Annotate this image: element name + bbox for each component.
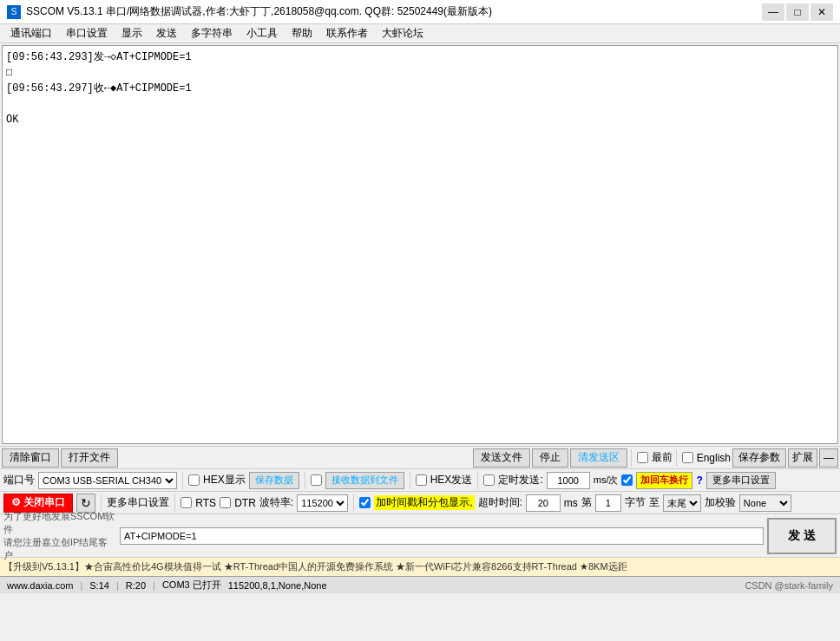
status-sep-2: | <box>116 580 119 591</box>
toolbar-2: 端口号 COM3 USB-SERIAL CH340 HEX显示 保存数据 接收数… <box>0 468 840 491</box>
timed-send-input[interactable] <box>547 472 590 489</box>
more-settings-button[interactable]: 更多串口设置 <box>706 472 776 489</box>
close-button[interactable]: ✕ <box>810 3 833 21</box>
hex-display-checkbox[interactable] <box>188 474 200 486</box>
open-file-button[interactable]: 打开文件 <box>61 448 118 468</box>
checksum-label: 加校验 <box>705 495 736 510</box>
title-bar: S SSCOM V5.13.1 串口/网络数据调试器,作者:大虾丁丁,26180… <box>0 0 840 24</box>
timeout-label: 超时时间: <box>478 495 522 510</box>
minimize-button[interactable]: — <box>762 3 784 21</box>
collapse-button[interactable]: — <box>819 448 838 468</box>
timed-send-label: 定时发送: <box>498 473 542 487</box>
save-params-button[interactable]: 保存参数 <box>732 448 786 468</box>
carriage-return-button[interactable]: 加回车换行 <box>636 472 692 489</box>
byte-label: 字节 <box>625 495 646 510</box>
menu-item-contact[interactable]: 联系作者 <box>319 24 375 43</box>
save-data-button[interactable]: 保存数据 <box>249 472 299 489</box>
timeout-input[interactable] <box>526 494 561 512</box>
dtr-checkbox[interactable] <box>220 497 231 508</box>
app-icon: S <box>7 5 21 19</box>
website-label: www.daxia.com <box>7 580 73 591</box>
title-text: SSCOM V5.13.1 串口/网络数据调试器,作者:大虾丁丁,2618058… <box>26 4 762 19</box>
port-status-label: COM3 已打开 <box>162 579 221 592</box>
status-bar: www.daxia.com | S:14 | R:20 | COM3 已打开 1… <box>0 576 840 593</box>
terminal-line-2: □ <box>6 65 834 81</box>
menu-bar: 通讯端口 串口设置 显示 发送 多字符串 小工具 帮助 联系作者 大虾论坛 <box>0 24 840 43</box>
recv-file-checkbox[interactable] <box>311 474 322 486</box>
node-input[interactable] <box>595 494 621 512</box>
baud-select[interactable]: 115200 9600 38400 <box>297 494 348 512</box>
menu-item-comport[interactable]: 通讯端口 <box>3 24 59 43</box>
status-right: CSDN @stark-family <box>745 580 833 591</box>
terminal-output: [09:56:43.293]发→◇AT+CIPMODE=1 □ [09:56:4… <box>2 45 838 444</box>
menu-item-forum[interactable]: 大虾论坛 <box>375 24 430 43</box>
send-file-button[interactable]: 发送文件 <box>473 448 530 468</box>
ms-per-label: ms/次 <box>594 474 619 487</box>
menu-item-tools[interactable]: 小工具 <box>240 24 285 43</box>
status-sep-1: | <box>80 580 82 591</box>
menu-item-help[interactable]: 帮助 <box>285 24 319 43</box>
stop-button[interactable]: 停止 <box>532 448 568 468</box>
end-select[interactable]: 末尾 <box>663 494 701 512</box>
status-sep-3: | <box>153 580 155 591</box>
last-checkbox[interactable] <box>637 452 648 463</box>
question-mark: ? <box>696 474 702 487</box>
expand-button[interactable]: 扩展 <box>788 448 817 468</box>
dtr-label: DTR <box>234 497 256 509</box>
menu-item-display[interactable]: 显示 <box>115 24 149 43</box>
gear-icon: ⚙ <box>11 496 21 508</box>
promo-line-1: 为了更好地发展SSCOM软件 <box>3 510 116 536</box>
to-label: 至 <box>649 495 660 510</box>
english-label: English <box>697 452 731 464</box>
hex-send-checkbox[interactable] <box>416 474 427 486</box>
checksum-select[interactable]: None CRC16 SUM <box>739 494 791 512</box>
baud-info-label: 115200,8,1,None,None <box>228 580 327 591</box>
carriage-return-checkbox[interactable] <box>621 474 633 486</box>
terminal-line-5: OK <box>6 112 834 128</box>
rts-label: RTS <box>195 497 216 509</box>
toolbar-3: ⚙ 关闭串口 ↻ 更多串口设置 RTS DTR 波特率: 115200 9600… <box>0 491 840 513</box>
clear-window-button[interactable]: 清除窗口 <box>2 448 59 468</box>
baud-label: 波特率: <box>259 495 293 510</box>
port-label: 端口号 <box>3 473 35 487</box>
hex-send-label: HEX发送 <box>430 473 473 487</box>
toolbar-4: 为了更好地发展SSCOM软件 请您注册嘉立创IP结尾客户 发 送 <box>0 513 840 557</box>
hex-display-label: HEX显示 <box>203 473 246 487</box>
ms-label: ms <box>564 497 578 509</box>
command-input[interactable] <box>120 527 764 545</box>
ad-text: 【升级到V5.13.1】★合宙高性价比4G模块值得一试 ★RT-Thread中国… <box>3 560 627 573</box>
recv-file-button[interactable]: 接收数据到文件 <box>325 472 404 489</box>
timed-send-checkbox[interactable] <box>483 474 495 486</box>
maximize-button[interactable]: □ <box>786 3 809 21</box>
send-button[interactable]: 发 送 <box>767 518 837 554</box>
terminal-line-3: [09:56:43.297]收←◆AT+CIPMODE=1 <box>6 81 834 96</box>
s-count-label: S:14 <box>89 580 109 591</box>
rts-checkbox[interactable] <box>180 497 192 508</box>
close-port-label: 关闭串口 <box>23 496 65 508</box>
more-settings-label: 更多串口设置 <box>107 495 169 510</box>
last-label: 最前 <box>652 450 673 465</box>
addtime-label: 加时间戳和分包显示, <box>374 495 474 510</box>
clear-send-area-button[interactable]: 清发送区 <box>570 448 627 468</box>
menu-item-multistring[interactable]: 多字符串 <box>184 24 240 43</box>
node-prefix-label: 第 <box>581 495 592 510</box>
ad-bar: 【升级到V5.13.1】★合宙高性价比4G模块值得一试 ★RT-Thread中国… <box>0 557 840 576</box>
terminal-line-4 <box>6 96 834 112</box>
menu-item-send[interactable]: 发送 <box>149 24 184 43</box>
english-checkbox[interactable] <box>682 452 693 463</box>
addtime-checkbox[interactable] <box>359 497 371 508</box>
r-count-label: R:20 <box>126 580 146 591</box>
port-select[interactable]: COM3 USB-SERIAL CH340 <box>38 472 177 489</box>
toolbar-1: 清除窗口 打开文件 发送文件 停止 清发送区 最前 English 保存参数 扩… <box>0 446 840 468</box>
promo-line-2: 请您注册嘉立创IP结尾客户 <box>3 536 116 562</box>
menu-item-portconfig[interactable]: 串口设置 <box>59 24 115 43</box>
terminal-line-1: [09:56:43.293]发→◇AT+CIPMODE=1 <box>6 49 834 65</box>
